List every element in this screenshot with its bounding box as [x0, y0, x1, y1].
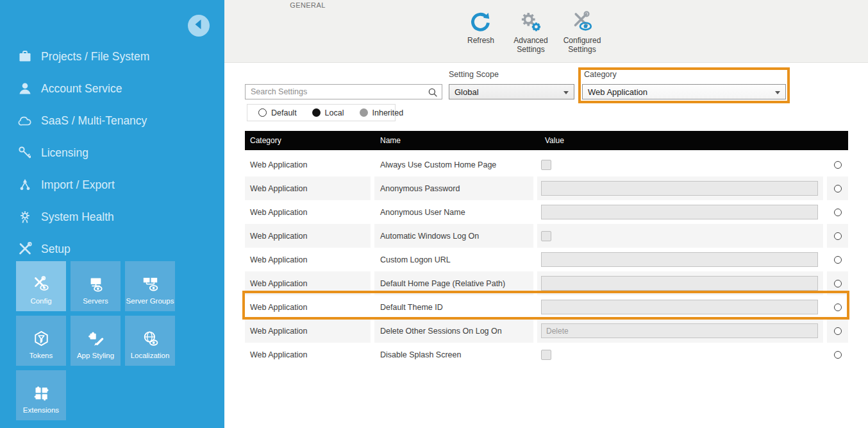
value-checkbox[interactable] [541, 231, 551, 241]
sidebar-item-label: Licensing [41, 146, 88, 160]
value-input[interactable] [541, 181, 818, 196]
row-radio-button[interactable] [834, 304, 842, 311]
servers-icon [87, 275, 104, 293]
key-icon [17, 145, 33, 160]
filled-black-radio-icon [312, 108, 321, 117]
tile-label: Config [30, 297, 51, 305]
row-radio-button[interactable] [834, 280, 842, 287]
value-input[interactable] [541, 205, 818, 219]
sidebar-item-label: SaaS / Multi-Tenancy [41, 114, 147, 128]
category-cell: Web Application [245, 343, 371, 366]
row-radio-button[interactable] [834, 256, 842, 264]
open-radio-icon [258, 108, 267, 117]
radio-cell [827, 176, 848, 200]
tile-server-groups[interactable]: Server Groups [125, 261, 175, 311]
advanced-settings-button[interactable]: Advanced Settings [504, 10, 558, 54]
name-cell: Anonymous User Name [374, 200, 533, 224]
setting-scope-value: Global [455, 87, 479, 97]
row-radio-button[interactable] [834, 161, 842, 169]
legend-label: Local [325, 108, 344, 117]
value-input[interactable]: Delete [541, 323, 818, 338]
value-input[interactable] [541, 300, 818, 314]
radio-cell [827, 343, 848, 366]
name-cell: Anonymous Password [374, 176, 533, 200]
tile-label: Localization [131, 352, 170, 360]
tile-tokens[interactable]: Tokens [16, 316, 66, 366]
category-label: Category [584, 70, 617, 79]
configured-settings-icon [571, 10, 594, 33]
toolbar-button-label: Refresh [467, 36, 494, 45]
sidebar-item-licensing[interactable]: Licensing [0, 137, 224, 169]
sidebar-item-account-service[interactable]: Account Service [0, 73, 224, 105]
tile-localization[interactable]: Localization [125, 316, 175, 366]
legend-option-local[interactable]: Local [312, 108, 344, 117]
category-cell: Web Application [245, 176, 371, 200]
localization-icon [142, 330, 159, 347]
sidebar-collapse-button[interactable] [188, 15, 210, 37]
app-styling-icon [87, 330, 104, 347]
sidebar-item-setup[interactable]: Setup [0, 233, 224, 265]
name-cell: Default Theme ID [374, 295, 533, 319]
table-row: Web ApplicationAutomatic Windows Log On [245, 224, 848, 248]
legend-option-inherited[interactable]: Inherited [360, 108, 404, 117]
value-input[interactable] [541, 252, 818, 267]
search-input[interactable] [246, 85, 442, 99]
table-row: Web ApplicationCustom Logon URL [245, 248, 848, 271]
tile-extensions[interactable]: Extensions [16, 370, 66, 420]
tile-config[interactable]: Config [16, 261, 66, 311]
category-value: Web Application [588, 87, 647, 97]
legend-option-default[interactable]: Default [258, 108, 297, 117]
value-cell [537, 248, 823, 271]
setting-scope-label: Setting Scope [449, 70, 499, 79]
scope-legend: DefaultLocalInherited [247, 104, 396, 121]
name-cell: Delete Other Sessions On Log On [374, 319, 533, 343]
tile-label: Extensions [23, 406, 59, 415]
table-row: Web ApplicationDelete Other Sessions On … [245, 319, 848, 343]
tile-app-styling[interactable]: App Styling [71, 316, 121, 366]
value-checkbox[interactable] [541, 350, 551, 360]
value-cell [537, 343, 823, 366]
table-row: Web ApplicationAnonymous Password [245, 176, 848, 200]
tile-servers[interactable]: Servers [71, 261, 121, 311]
category-cell: Web Application [245, 319, 371, 343]
value-checkbox[interactable] [541, 160, 551, 170]
category-cell: Web Application [245, 224, 371, 248]
value-input[interactable] [541, 276, 818, 291]
radio-cell [827, 319, 848, 343]
sidebar-item-label: Setup [41, 243, 71, 256]
table-body: Web ApplicationAlways Use Custom Home Pa… [245, 153, 848, 366]
tile-label: Server Groups [126, 297, 174, 305]
name-cell: Automatic Windows Log On [374, 224, 533, 248]
sidebar-item-system-health[interactable]: System Health [0, 201, 224, 233]
radio-cell [827, 248, 848, 271]
tile-label: App Styling [77, 352, 114, 360]
row-radio-button[interactable] [834, 209, 842, 216]
category-cell: Web Application [245, 200, 371, 224]
collapse-arrow-icon [188, 13, 210, 38]
table-row: Web ApplicationDefault Home Page (Relati… [245, 271, 848, 295]
row-radio-button[interactable] [834, 232, 842, 240]
column-header-category: Category [250, 131, 281, 150]
sidebar-item-saas-multi-tenancy[interactable]: SaaS / Multi-Tenancy [0, 105, 224, 137]
sidebar-item-import-export[interactable]: Import / Export [0, 169, 224, 201]
row-radio-button[interactable] [834, 327, 842, 335]
row-radio-button[interactable] [834, 351, 842, 359]
row-radio-button[interactable] [834, 185, 842, 193]
radio-cell [827, 200, 848, 224]
briefcase-icon [17, 49, 33, 64]
sidebar-item-projects-file-system[interactable]: Projects / File System [0, 40, 224, 73]
ribbon-group-label: GENERAL [231, 1, 385, 9]
category-select[interactable]: Web Application [582, 84, 786, 99]
table-row: Web ApplicationAlways Use Custom Home Pa… [245, 153, 848, 176]
sidebar: Projects / File SystemAccount ServiceSaa… [0, 0, 224, 428]
refresh-button[interactable]: Refresh [454, 10, 508, 45]
sidebar-item-label: Account Service [41, 82, 122, 96]
tile-label: Servers [83, 297, 108, 305]
value-cell [537, 295, 823, 319]
setting-scope-select[interactable]: Global [449, 84, 574, 99]
configured-settings-button[interactable]: Configured Settings [555, 10, 609, 54]
table-row: Web ApplicationAnonymous User Name [245, 200, 848, 224]
search-box [245, 84, 442, 99]
table-row: Web ApplicationDefault Theme ID [245, 295, 848, 319]
name-cell: Default Home Page (Relative Path) [374, 271, 533, 295]
